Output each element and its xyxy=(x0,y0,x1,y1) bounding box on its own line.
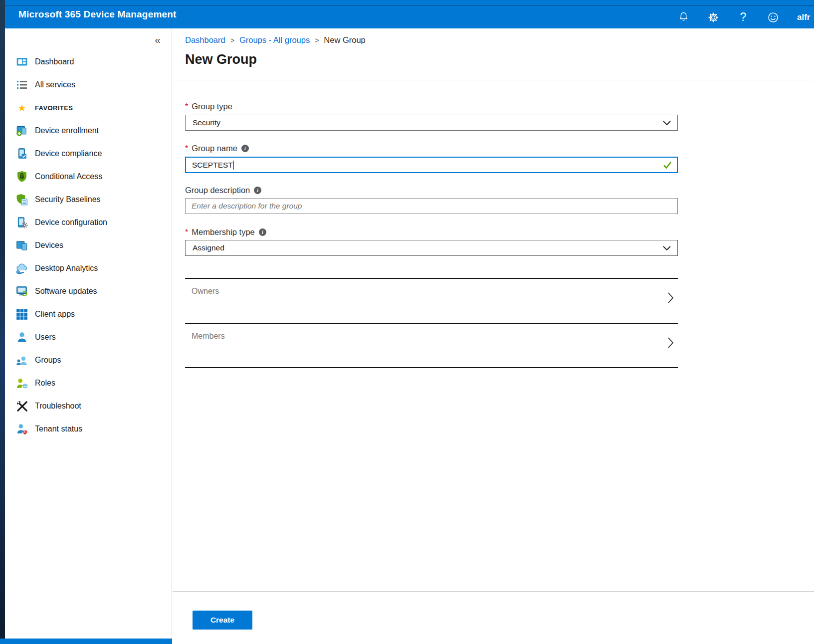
valid-check-icon xyxy=(663,161,672,169)
required-marker: * xyxy=(185,144,188,153)
divider xyxy=(173,80,814,80)
star-icon: ★ xyxy=(15,102,28,114)
main-content: Dashboard > Groups - All groups > New Gr… xyxy=(173,28,814,644)
roles-icon xyxy=(15,377,28,390)
membership-type-value: Assigned xyxy=(193,243,224,252)
text-cursor xyxy=(233,161,234,170)
sidebar: « Dashboard All services ★ FAVORITES Dev… xyxy=(5,28,172,639)
favorites-header: ★ FAVORITES xyxy=(5,96,172,119)
group-description-label: Group description i xyxy=(185,186,261,195)
sidebar-item-groups[interactable]: Groups xyxy=(5,349,172,372)
footer-divider xyxy=(173,591,814,592)
device-compliance-icon xyxy=(15,147,28,160)
device-configuration-icon xyxy=(15,216,28,229)
tenant-status-icon xyxy=(15,423,28,435)
sidebar-item-device-enrollment[interactable]: Device enrollment xyxy=(5,119,172,142)
smiley-icon[interactable] xyxy=(767,11,779,23)
topbar: Microsoft 365 Device Management ? alfr xyxy=(5,0,814,28)
security-baselines-icon xyxy=(15,193,28,206)
dashboard-icon xyxy=(15,55,28,68)
group-type-label: * Group type xyxy=(185,102,232,111)
group-name-input[interactable]: SCEPTEST xyxy=(185,157,678,173)
breadcrumb-groups-all-groups[interactable]: Groups - All groups xyxy=(239,35,310,45)
sidebar-item-troubleshoot[interactable]: Troubleshoot xyxy=(5,395,172,418)
app-title: Microsoft 365 Device Management xyxy=(18,9,177,20)
breadcrumb-separator: > xyxy=(315,36,319,44)
sidebar-item-dashboard[interactable]: Dashboard xyxy=(5,50,172,73)
user-name[interactable]: alfr xyxy=(797,12,814,22)
members-row[interactable]: Members xyxy=(185,324,678,368)
group-name-value: SCEPTEST xyxy=(192,161,233,170)
divider xyxy=(185,367,678,368)
help-icon[interactable]: ? xyxy=(737,11,749,23)
conditional-access-icon xyxy=(15,170,28,183)
sidebar-item-client-apps[interactable]: Client apps xyxy=(5,303,172,326)
page-title: New Group xyxy=(185,52,257,67)
divider xyxy=(79,108,172,108)
bell-icon[interactable] xyxy=(677,11,689,23)
create-button[interactable]: Create xyxy=(193,611,252,630)
chevron-down-icon xyxy=(663,121,671,126)
group-type-select[interactable]: Security xyxy=(185,115,678,131)
sidebar-item-users[interactable]: Users xyxy=(5,326,172,349)
info-icon[interactable]: i xyxy=(241,145,249,152)
info-icon[interactable]: i xyxy=(259,228,266,236)
breadcrumb: Dashboard > Groups - All groups > New Gr… xyxy=(185,35,366,45)
info-icon[interactable]: i xyxy=(254,187,261,194)
breadcrumb-separator: > xyxy=(230,36,234,44)
device-enrollment-icon xyxy=(15,124,28,137)
all-services-icon xyxy=(15,78,28,91)
breadcrumb-current: New Group xyxy=(324,35,365,45)
sidebar-bottom-bar xyxy=(0,639,172,644)
membership-type-select[interactable]: Assigned xyxy=(185,240,678,256)
owners-label: Owners xyxy=(192,287,219,296)
chevron-right-icon xyxy=(667,292,674,304)
sidebar-item-conditional-access[interactable]: Conditional Access xyxy=(5,165,172,188)
sidebar-item-device-configuration[interactable]: Device configuration xyxy=(5,211,172,234)
troubleshoot-icon xyxy=(15,400,28,413)
devices-icon xyxy=(15,239,28,252)
chevron-right-icon xyxy=(667,337,674,349)
group-type-value: Security xyxy=(193,118,220,127)
sidebar-item-device-compliance[interactable]: Device compliance xyxy=(5,142,172,165)
software-updates-icon xyxy=(15,285,28,298)
sidebar-item-tenant-status[interactable]: Tenant status xyxy=(5,418,172,440)
divider xyxy=(5,108,14,108)
group-description-input[interactable] xyxy=(185,198,678,214)
sidebar-collapse-button[interactable]: « xyxy=(155,34,161,46)
sidebar-item-devices[interactable]: Devices xyxy=(5,234,172,257)
client-apps-icon xyxy=(15,308,28,321)
members-label: Members xyxy=(192,332,225,341)
gear-icon[interactable] xyxy=(707,11,719,23)
membership-type-label: * Membership type i xyxy=(185,227,266,237)
desktop-analytics-icon xyxy=(15,262,28,275)
required-marker: * xyxy=(185,102,188,111)
chevron-down-icon xyxy=(663,246,671,251)
sidebar-item-security-baselines[interactable]: Security Baselines xyxy=(5,188,172,211)
breadcrumb-dashboard[interactable]: Dashboard xyxy=(185,35,225,45)
sidebar-item-roles[interactable]: Roles xyxy=(5,372,172,395)
sidebar-item-desktop-analytics[interactable]: Desktop Analytics xyxy=(5,257,172,280)
sidebar-item-all-services[interactable]: All services xyxy=(5,73,172,96)
group-name-label: * Group name i xyxy=(185,144,249,153)
sidebar-item-software-updates[interactable]: Software updates xyxy=(5,280,172,303)
required-marker: * xyxy=(185,228,188,237)
window-edge-strip xyxy=(0,0,5,644)
owners-row[interactable]: Owners xyxy=(185,279,678,323)
users-icon xyxy=(15,331,28,344)
groups-icon xyxy=(15,354,28,367)
